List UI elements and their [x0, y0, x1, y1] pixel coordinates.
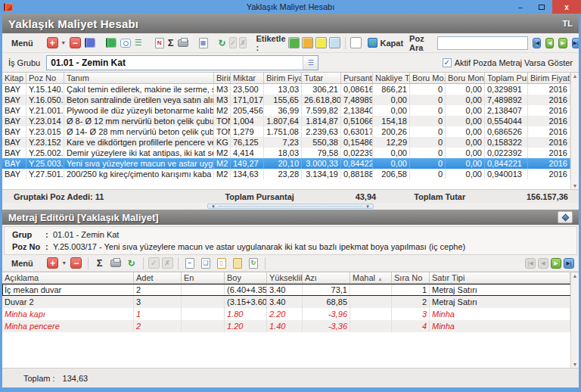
nav-last-button[interactable]: ▶|	[572, 38, 579, 48]
table-row[interactable]: BAYY.23.152Kare ve dikdörtgen profillerl…	[2, 137, 579, 148]
column-header-13[interactable]: Birim Fiyat Yılı	[528, 73, 570, 84]
column-header-10[interactable]: Boru Mo...	[410, 73, 446, 84]
book-green-button[interactable]	[105, 36, 117, 50]
nav-next-button[interactable]: ▶	[551, 258, 561, 269]
table-row[interactable]: İç mekan duvar2(6.40+4.35)3.4073,11Metra…	[2, 284, 579, 296]
window-title: Yaklaşık Maliyet Hesabı	[0, 2, 581, 11]
column-header-1[interactable]: Açıklama	[2, 272, 134, 284]
table-row[interactable]: BAYY.23.014Ø 8- Ø 12 mm nervürlü beton ç…	[2, 116, 579, 126]
table-row[interactable]: Minha pencere21.201.40-3,364Minha	[2, 320, 579, 332]
cell: 0,154864	[341, 137, 373, 148]
cell: 2.239,63	[302, 126, 341, 137]
tag-lightblue-button[interactable]	[329, 37, 340, 48]
add-poz-button[interactable]: +	[46, 36, 59, 50]
column-header-5[interactable]: Yükseklik	[267, 272, 303, 284]
analysis-button[interactable]: N	[154, 36, 165, 50]
scroll-down-icon[interactable]: ▼	[573, 183, 578, 188]
copy-button[interactable]: ❏	[199, 257, 213, 270]
column-header-2[interactable]: Poz No	[26, 73, 64, 84]
column-header-8[interactable]: Pursantaj	[341, 73, 373, 84]
table-row[interactable]: Duvar 23(3.15+3.60)3.4068,852Metraj Satı…	[2, 296, 579, 308]
scroll-up-icon[interactable]: ▲	[573, 73, 578, 79]
colon: :	[45, 242, 53, 251]
table-row[interactable]: BAYY.15.140...Çakıl temin edilerek, maki…	[2, 84, 579, 95]
metraj-grid-vscrollbar[interactable]: ▲ ▼	[570, 272, 579, 368]
column-header-3[interactable]: En	[182, 272, 225, 284]
refresh-metraj-button[interactable]: ↻	[125, 257, 138, 270]
remove-poz-button[interactable]: −	[69, 36, 82, 50]
report-button[interactable]: ▦	[198, 36, 209, 50]
is-grubu-value: 01.01 - Zemin Kat	[47, 58, 303, 68]
column-header-7[interactable]: Mahal▲	[350, 272, 392, 284]
maximize-button[interactable]	[531, 0, 552, 14]
search-note-button[interactable]	[120, 36, 132, 50]
cell: 3	[134, 296, 182, 308]
tag-green-button[interactable]	[288, 37, 300, 48]
hierarchy-button[interactable]	[134, 36, 145, 50]
nav-first-button[interactable]: |◀	[533, 38, 541, 48]
column-header-3[interactable]: Tanım	[64, 73, 214, 84]
remove-row-button[interactable]: −	[70, 257, 83, 270]
nav-prev-button[interactable]: ◀	[545, 38, 554, 48]
splitter-grip[interactable]: ▼ ▼	[207, 204, 374, 209]
column-header-9[interactable]: Nakliye Tu...	[373, 73, 410, 84]
metraj-menu-button[interactable]: Menü	[7, 257, 38, 269]
aktif-pozda-checkbox[interactable]: ✓ Aktif Pozda Metraj Varsa Göster	[443, 58, 573, 67]
kapat-button[interactable]: Kapat	[364, 37, 408, 48]
print-metraj-button[interactable]	[109, 257, 123, 270]
table-row[interactable]: BAYY.21.001...Plywood ile düz yüzeyli be…	[2, 105, 579, 116]
tag-yellow-button[interactable]	[315, 37, 327, 48]
table-row[interactable]: BAYY.25.002...Demir yüzeylere iki kat an…	[2, 148, 579, 158]
cut-row-button[interactable]: −	[183, 257, 197, 270]
table-row[interactable]: BAYY.23.015Ø 14- Ø 28 mm nervürlü beton …	[2, 126, 579, 137]
table-row[interactable]: Minha kapı11.802.20-3,963Minha	[2, 308, 579, 320]
sum-button[interactable]: Σ	[167, 36, 175, 50]
menu-button[interactable]: Menü	[7, 37, 38, 49]
nav-first-button-disabled: |◀	[525, 258, 536, 269]
metraj-grid-header: AçıklamaAdetEnBoyYükseklikAzıMahal▲Sıra …	[2, 272, 579, 284]
separator	[88, 257, 89, 269]
nav-last-button[interactable]: ▶|	[564, 258, 574, 269]
panel-splitter[interactable]: ▼ ▼	[2, 203, 579, 210]
column-header-6[interactable]: Azı	[303, 272, 350, 284]
clipboard-button[interactable]	[231, 257, 244, 270]
tree-dropdown-icon[interactable]: ☰	[303, 56, 318, 70]
add-row-button[interactable]: +	[46, 257, 60, 270]
close-button[interactable]: x	[552, 0, 581, 14]
column-header-6[interactable]: Birim Fiyat	[264, 73, 302, 84]
column-header-4[interactable]: Boy	[225, 272, 267, 284]
nav-next-button[interactable]: ▶	[558, 38, 567, 48]
column-header-9[interactable]: Satır Tipi	[430, 272, 570, 284]
poz-grid-vscrollbar[interactable]: ▲ ▼	[570, 73, 579, 189]
paste-button[interactable]: ▯	[215, 257, 228, 270]
scroll-up-icon[interactable]: ▲	[573, 273, 578, 278]
doc-refresh-button[interactable]: ↻	[247, 257, 260, 270]
table-row[interactable]: BAYY.25.003...Yeni sıva yüzeylere macun …	[2, 158, 579, 169]
add-dropdown-caret[interactable]: ▾	[62, 39, 65, 46]
metraj-expand-button[interactable]	[558, 211, 573, 223]
cell: BAY	[2, 169, 26, 179]
column-header-8[interactable]: Sıra No	[392, 272, 430, 284]
is-grubu-combo[interactable]: 01.01 - Zemin Kat ☰	[46, 55, 318, 70]
column-header-4[interactable]: Birim	[214, 73, 231, 84]
table-row[interactable]: BAYY.27.501...200/250 kg kireç/çimento k…	[2, 169, 579, 179]
minimize-button[interactable]: –	[510, 0, 531, 14]
add-row-dropdown-caret[interactable]: ▾	[63, 260, 66, 266]
poz-ara-input[interactable]	[437, 36, 528, 50]
column-header-12[interactable]: Toplam Pur...	[485, 73, 528, 84]
column-header-2[interactable]: Adet	[134, 272, 182, 284]
column-header-11[interactable]: Boru Mont...	[446, 73, 485, 84]
print-button[interactable]	[177, 36, 189, 50]
cell: 154,18	[373, 116, 410, 126]
table-row[interactable]: BAYY.16.050...Beton santralinde üretilen…	[2, 95, 579, 105]
tag-white-button[interactable]	[350, 37, 362, 48]
column-header-1[interactable]: Kitap	[2, 73, 26, 84]
column-header-5[interactable]: Miktar	[231, 73, 264, 84]
sum-rows-button[interactable]: Σ	[93, 257, 107, 270]
cell: 0,00	[446, 148, 485, 158]
column-header-7[interactable]: Tutar	[302, 73, 341, 84]
refresh-button[interactable]: ↻	[218, 36, 227, 50]
book-blue-button[interactable]	[84, 36, 96, 50]
tag-amber-button[interactable]	[302, 37, 313, 48]
scroll-down-icon[interactable]: ▼	[573, 362, 578, 367]
